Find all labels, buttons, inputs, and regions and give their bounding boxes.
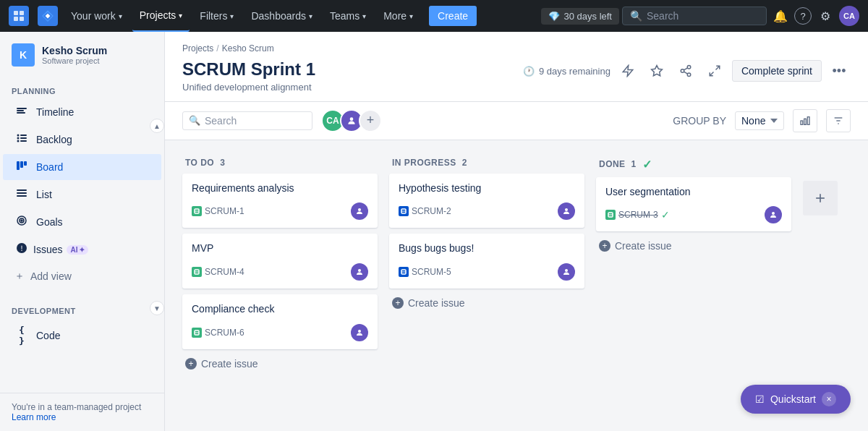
sidebar-collapse-top-btn[interactable]: ▲: [150, 119, 164, 133]
notifications-button[interactable]: 🔔: [770, 5, 791, 27]
card-compliance-check[interactable]: Compliance check SCRUM-6: [182, 294, 378, 349]
quickstart-button[interactable]: ☑ Quickstart ×: [741, 385, 851, 414]
svg-point-43: [358, 269, 361, 272]
svg-rect-6: [17, 112, 25, 114]
card-id-4: SCRUM-4: [205, 267, 244, 277]
todo-title: TO DO: [185, 158, 214, 168]
breadcrumb-projects[interactable]: Projects: [182, 43, 213, 54]
teams-nav[interactable]: Teams ▾: [323, 0, 373, 32]
story-icon-5: [399, 267, 409, 277]
sprint-days-remaining: 🕐 9 days remaining: [523, 66, 610, 77]
sidebar-item-issues[interactable]: Issues AI ✦: [3, 236, 161, 263]
filter-view-button[interactable]: [826, 109, 851, 132]
sidebar-project: K Kesho Scrum Software project: [0, 32, 164, 75]
projects-nav[interactable]: Projects ▾: [132, 0, 190, 32]
avatar-group: CA +: [321, 109, 382, 132]
plus-icon-inprogress: +: [392, 297, 404, 309]
fullscreen-button[interactable]: [703, 59, 726, 82]
add-column-button[interactable]: [803, 181, 838, 216]
card-bugs[interactable]: Bugs bugs bugs! SCRUM-5: [389, 234, 584, 289]
done-create-issue-button[interactable]: + Create issue: [596, 231, 791, 255]
card-hypothesis-title: Hypothesis testing: [399, 182, 575, 196]
board-search-input[interactable]: [205, 115, 299, 127]
sidebar-item-list-label: List: [36, 189, 52, 200]
breadcrumb-separator: /: [216, 43, 218, 54]
trial-badge[interactable]: 💎 30 days left: [541, 8, 620, 25]
todo-create-issue-label: Create issue: [201, 358, 258, 370]
complete-sprint-button[interactable]: Complete sprint: [732, 60, 822, 82]
svg-point-46: [358, 330, 361, 333]
card-avatar-6: [351, 324, 368, 341]
top-nav: Your work ▾ Projects ▾ Filters ▾ Dashboa…: [0, 0, 868, 32]
inprogress-create-issue-button[interactable]: + Create issue: [389, 289, 584, 312]
projects-chevron: ▾: [179, 12, 182, 20]
done-count: 1: [631, 159, 637, 169]
content-header: Projects / Kesho Scrum SCRUM Sprint 1 Un…: [165, 32, 868, 102]
group-by-select[interactable]: None: [735, 111, 784, 130]
sidebar-item-goals[interactable]: Goals: [3, 209, 161, 235]
search-box[interactable]: 🔍: [622, 7, 767, 25]
more-chevron: ▾: [409, 12, 413, 20]
add-view-icon: ＋: [14, 270, 25, 283]
svg-rect-15: [24, 161, 27, 166]
sprint-title: SCRUM Sprint 1: [182, 59, 315, 80]
your-work-chevron: ▾: [119, 12, 122, 20]
filters-nav[interactable]: Filters ▾: [192, 0, 241, 32]
card-requirements-analysis[interactable]: Requirements analysis SCRUM-1: [182, 174, 378, 229]
breadcrumb-project-name[interactable]: Kesho Scrum: [222, 43, 274, 54]
development-section-header: Development: [0, 295, 164, 318]
add-view-label: Add view: [30, 270, 72, 282]
svg-rect-13: [17, 161, 20, 170]
sidebar-item-list[interactable]: List: [3, 182, 161, 208]
todo-column: TO DO 3 Requirements analysis SCRUM-1: [182, 152, 378, 372]
your-work-nav[interactable]: Your work ▾: [64, 0, 129, 32]
svg-point-21: [21, 220, 22, 221]
done-check-icon: ✓: [642, 158, 652, 171]
board-search-box[interactable]: 🔍: [182, 111, 312, 130]
svg-rect-18: [17, 195, 27, 197]
svg-point-9: [17, 137, 20, 140]
todo-create-issue-button[interactable]: + Create issue: [182, 349, 378, 372]
automation-button[interactable]: [616, 59, 639, 82]
dashboards-nav[interactable]: Dashboards ▾: [244, 0, 320, 32]
sidebar-collapse-bottom-btn[interactable]: ▼: [150, 301, 164, 315]
insights-view-button[interactable]: [793, 109, 817, 132]
svg-rect-8: [20, 135, 27, 136]
card-avatar-4: [351, 263, 368, 281]
svg-rect-3: [20, 17, 24, 21]
learn-more-link[interactable]: Learn more: [12, 412, 56, 422]
quickstart-close-button[interactable]: ×: [822, 392, 836, 406]
add-assignee-button[interactable]: +: [359, 109, 382, 132]
svg-rect-12: [20, 140, 27, 142]
svg-point-25: [681, 69, 684, 73]
quickstart-label: Quickstart: [770, 393, 816, 405]
card-user-segmentation[interactable]: User segmentation SCRUM-3 ✓: [596, 177, 791, 232]
svg-line-27: [684, 72, 687, 74]
sidebar-item-code[interactable]: { } Code: [3, 319, 161, 352]
story-icon-4: [399, 206, 409, 216]
more-nav[interactable]: More ▾: [376, 0, 420, 32]
svg-rect-32: [801, 121, 803, 124]
settings-button[interactable]: ⚙: [814, 5, 836, 27]
add-view-button[interactable]: ＋ Add view: [3, 264, 161, 289]
goals-icon: [14, 215, 29, 229]
create-button[interactable]: Create: [429, 6, 477, 26]
search-input[interactable]: [647, 10, 748, 22]
sidebar-item-timeline-label: Timeline: [36, 106, 74, 118]
card-bugs-title: Bugs bugs bugs!: [399, 242, 575, 256]
sprint-more-button[interactable]: •••: [827, 59, 851, 82]
card-mvp[interactable]: MVP SCRUM-4: [182, 234, 378, 289]
app-logo[interactable]: [9, 6, 29, 26]
user-avatar-nav[interactable]: CA: [839, 6, 859, 26]
card-hypothesis-testing[interactable]: Hypothesis testing SCRUM-2: [389, 174, 584, 229]
quickstart-check-icon: ☑: [755, 393, 765, 405]
share-button[interactable]: [674, 59, 697, 82]
issues-icon: [14, 242, 29, 257]
sidebar-item-timeline[interactable]: Timeline: [3, 99, 161, 125]
sidebar-item-board[interactable]: Board: [3, 154, 161, 180]
star-button[interactable]: [645, 59, 668, 82]
todo-column-header: TO DO 3: [182, 152, 378, 174]
sidebar-item-backlog[interactable]: Backlog: [3, 127, 161, 153]
help-button[interactable]: ?: [794, 7, 812, 25]
svg-rect-1: [20, 11, 24, 15]
